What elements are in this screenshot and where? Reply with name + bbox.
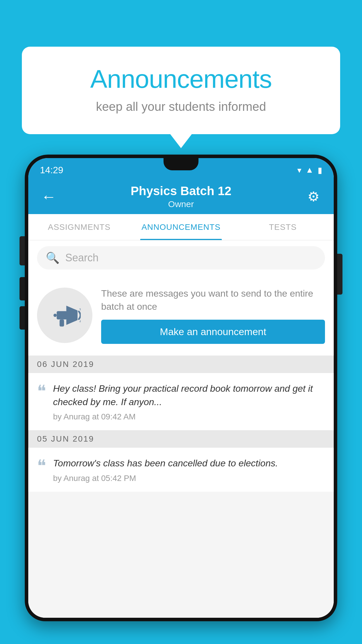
tab-assignments[interactable]: ASSIGNMENTS <box>28 214 130 240</box>
make-announcement-button[interactable]: Make an announcement <box>101 320 325 344</box>
announcement-item-1[interactable]: ❝ Hey class! Bring your practical record… <box>28 373 334 430</box>
message-content-2: Tomorrow's class has been cancelled due … <box>53 456 325 483</box>
svg-point-3 <box>54 314 57 317</box>
message-text-1: Hey class! Bring your practical record b… <box>53 382 325 409</box>
status-time: 14:29 <box>40 165 63 176</box>
promo-content: These are messages you want to send to t… <box>101 287 325 344</box>
message-meta-2: by Anurag at 05:42 PM <box>53 474 325 483</box>
svg-marker-0 <box>66 306 78 325</box>
tab-announcements[interactable]: ANNOUNCEMENTS <box>130 214 232 240</box>
quote-icon-1: ❝ <box>37 383 46 400</box>
back-button[interactable]: ← <box>40 188 57 205</box>
search-icon: 🔍 <box>46 251 59 264</box>
announcement-item-2[interactable]: ❝ Tomorrow's class has been cancelled du… <box>28 448 334 491</box>
phone-notch <box>164 158 198 170</box>
volume-down-button[interactable] <box>20 306 25 330</box>
svg-rect-2 <box>59 320 64 327</box>
tab-bar: ASSIGNMENTS ANNOUNCEMENTS TESTS <box>28 214 334 240</box>
announcement-promo: These are messages you want to send to t… <box>28 275 334 356</box>
search-bar[interactable]: 🔍 Search <box>37 246 325 270</box>
phone-outer: 14:29 ▾ ▲ ▮ ← Physics Batch 12 Owner ⚙ <box>25 155 337 621</box>
settings-button[interactable]: ⚙ <box>305 189 322 204</box>
speech-bubble-card: Announcements keep all your students inf… <box>22 47 340 134</box>
app-bar-subtitle: Owner <box>57 199 305 209</box>
megaphone-icon <box>49 299 81 331</box>
app-bar-title-group: Physics Batch 12 Owner <box>57 184 305 209</box>
wifi-icon: ▾ <box>297 165 301 175</box>
date-separator-2: 05 JUN 2019 <box>28 430 334 448</box>
message-meta-1: by Anurag at 09:42 AM <box>53 412 325 421</box>
message-text-2: Tomorrow's class has been cancelled due … <box>53 456 325 470</box>
bubble-subtitle: keep all your students informed <box>45 100 317 114</box>
date-separator-1: 06 JUN 2019 <box>28 356 334 373</box>
bubble-title: Announcements <box>45 64 317 94</box>
svg-rect-1 <box>57 311 67 320</box>
search-input[interactable]: Search <box>65 252 99 264</box>
app-bar-title: Physics Batch 12 <box>57 184 305 198</box>
battery-icon: ▮ <box>318 165 322 175</box>
app-bar: ← Physics Batch 12 Owner ⚙ <box>28 179 334 214</box>
status-icons: ▾ ▲ ▮ <box>297 165 322 175</box>
volume-up-button[interactable] <box>20 277 25 300</box>
content-area: 🔍 Search <box>28 240 334 618</box>
speech-bubble-section: Announcements keep all your students inf… <box>22 47 340 134</box>
promo-icon-circle <box>37 288 92 343</box>
signal-icon: ▲ <box>305 165 314 175</box>
phone-screen: 14:29 ▾ ▲ ▮ ← Physics Batch 12 Owner ⚙ <box>28 158 334 618</box>
quote-icon-2: ❝ <box>37 458 46 475</box>
promo-description: These are messages you want to send to t… <box>101 287 325 313</box>
search-container: 🔍 Search <box>28 240 334 275</box>
tab-tests[interactable]: TESTS <box>232 214 334 240</box>
phone-wrapper: 14:29 ▾ ▲ ▮ ← Physics Batch 12 Owner ⚙ <box>25 155 337 644</box>
message-content-1: Hey class! Bring your practical record b… <box>53 382 325 422</box>
